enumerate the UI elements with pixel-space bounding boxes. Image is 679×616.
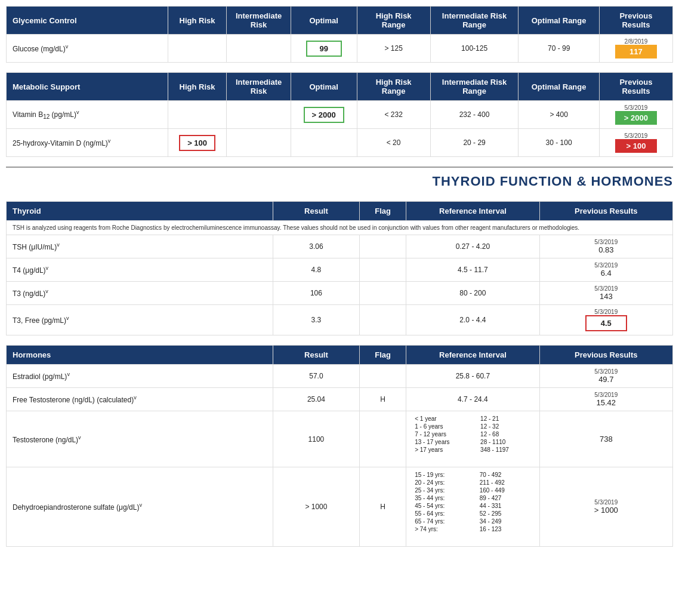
vitd-optimal-range: 30 - 100 (518, 129, 599, 157)
metabolic-prev-results-header: Previous Results (599, 73, 672, 101)
glycemic-title: Glycemic Control (7, 7, 168, 35)
table-row: Glucose (mg/dL)v 99 > 125 100-125 70 - 9… (7, 35, 673, 63)
dhea-label: Dehydroepiandrosterone sulfate (μg/dL)v (7, 467, 273, 547)
vitd-optimal (291, 129, 357, 157)
vitb12-optimal: > 2000 (291, 101, 357, 129)
glycemic-high-risk-range-header: High Risk Range (357, 7, 430, 35)
vitd-label: 25-hydroxy-Vitamin D (ng/mL)v (7, 129, 168, 157)
tsh-result: 3.06 (273, 235, 359, 258)
t3-result: 106 (273, 282, 359, 305)
freetesto-prev-val: 15.42 (546, 398, 666, 407)
tsh-prev: 5/3/2019 0.83 (539, 235, 672, 258)
vitd-prev-date: 5/3/2019 (606, 133, 666, 139)
dhea-flag: H (360, 467, 406, 547)
testo-prev-val: 738 (546, 435, 666, 443)
dhea-result: > 1000 (273, 467, 359, 547)
metabolic-optimal-range-header: Optimal Range (518, 73, 599, 101)
table-row: T4 (μg/dL)v 4.8 4.5 - 11.7 5/3/2019 6.4 (7, 258, 673, 282)
metabolic-support-table: Metabolic Support High Risk Intermediate… (6, 72, 673, 157)
hormones-table: Hormones Result Flag Reference Interval … (6, 345, 673, 547)
freetesto-label: Free Testosterone (ng/dL) (calculated)v (7, 388, 273, 411)
glucose-optimal-badge: 99 (306, 41, 342, 57)
t3free-flag (360, 305, 406, 335)
table-row: T3 (ng/dL)v 106 80 - 200 5/3/2019 143 (7, 282, 673, 305)
dhea-ref: 15 - 19 yrs:70 - 492 20 - 24 yrs:211 - 4… (406, 467, 539, 547)
glucose-optimal: 99 (291, 35, 357, 63)
table-row: Vitamin B12 (pg/mL)v > 2000 < 232 232 - … (7, 101, 673, 129)
vitb12-high-risk-range: < 232 (357, 101, 430, 129)
t4-prev: 5/3/2019 6.4 (539, 258, 672, 282)
glucose-high-risk (168, 35, 226, 63)
tsh-ref: 0.27 - 4.20 (406, 235, 539, 258)
vitd-high-risk-range: < 20 (357, 129, 430, 157)
metabolic-high-risk-header: High Risk (168, 73, 226, 101)
vitd-int-risk-range: 20 - 29 (430, 129, 518, 157)
estradiol-prev: 5/3/2019 49.7 (539, 365, 672, 388)
estradiol-flag (360, 365, 406, 388)
estradiol-result: 57.0 (273, 365, 359, 388)
freetesto-result: 25.04 (273, 388, 359, 411)
t3free-prev-date: 5/3/2019 (546, 309, 666, 315)
metabolic-int-risk-range-header: Intermediate Risk Range (430, 73, 518, 101)
t3-prev-val: 143 (546, 292, 666, 301)
thyroid-note-row: TSH is analyzed using reagents from Roch… (7, 221, 673, 235)
vitd-high-risk: > 100 (168, 129, 226, 157)
glycemic-control-table: Glycemic Control High Risk Intermediate … (6, 6, 673, 63)
hormones-prev-header: Previous Results (539, 346, 672, 365)
freetesto-ref: 4.7 - 24.4 (406, 388, 539, 411)
hormones-flag-header: Flag (360, 346, 406, 365)
dhea-ref-table: 15 - 19 yrs:70 - 492 20 - 24 yrs:211 - 4… (412, 471, 533, 533)
metabolic-title: Metabolic Support (7, 73, 168, 101)
metabolic-int-risk-header: Intermediate Risk (227, 73, 291, 101)
glucose-prev-val: 117 (615, 45, 657, 58)
estradiol-label: Estradiol (pg/mL)v (7, 365, 273, 388)
thyroid-flag-header: Flag (360, 202, 406, 221)
vitd-int-risk (227, 129, 291, 157)
testo-ref-table: < 1 year12 - 21 1 - 6 years12 - 32 7 - 1… (412, 415, 533, 454)
vitb12-int-risk-range: 232 - 400 (430, 101, 518, 129)
thyroid-result-header: Result (273, 202, 359, 221)
vitb12-prev: 5/3/2019 > 2000 (599, 101, 672, 129)
t3-flag (360, 282, 406, 305)
t3-ref: 80 - 200 (406, 282, 539, 305)
glucose-prev: 2/8/2019 117 (599, 35, 672, 63)
thyroid-ref-header: Reference Interval (406, 202, 539, 221)
glucose-optimal-range: 70 - 99 (518, 35, 599, 63)
testo-result: 1100 (273, 411, 359, 467)
metabolic-high-risk-range-header: High Risk Range (357, 73, 430, 101)
t4-prev-val: 6.4 (546, 269, 666, 278)
t3free-result: 3.3 (273, 305, 359, 335)
estradiol-ref: 25.8 - 60.7 (406, 365, 539, 388)
testo-label: Testosterone (ng/dL)v (7, 411, 273, 467)
glucose-int-risk (227, 35, 291, 63)
glycemic-int-risk-header: Intermediate Risk (227, 7, 291, 35)
t3-prev: 5/3/2019 143 (539, 282, 672, 305)
t3free-label: T3, Free (pg/mL)v (7, 305, 273, 335)
glycemic-int-risk-range-header: Intermediate Risk Range (430, 7, 518, 35)
vitd-prev-val: > 100 (615, 139, 657, 153)
t3-prev-date: 5/3/2019 (546, 285, 666, 292)
table-row: Free Testosterone (ng/dL) (calculated)v … (7, 388, 673, 411)
vitb12-int-risk (227, 101, 291, 129)
testo-prev: 738 (539, 411, 672, 467)
t4-ref: 4.5 - 11.7 (406, 258, 539, 282)
tsh-prev-val: 0.83 (546, 245, 666, 254)
t3free-prev: 5/3/2019 4.5 (539, 305, 672, 335)
freetesto-prev: 5/3/2019 15.42 (539, 388, 672, 411)
table-row: 25-hydroxy-Vitamin D (ng/mL)v > 100 < 20… (7, 129, 673, 157)
vitb12-optimal-range: > 400 (518, 101, 599, 129)
vitb12-optimal-badge: > 2000 (304, 107, 344, 123)
glucose-int-risk-range: 100-125 (430, 35, 518, 63)
table-row: T3, Free (pg/mL)v 3.3 2.0 - 4.4 5/3/2019… (7, 305, 673, 335)
estradiol-prev-date: 5/3/2019 (546, 368, 666, 375)
freetesto-flag: H (360, 388, 406, 411)
tsh-prev-date: 5/3/2019 (546, 239, 666, 245)
glycemic-high-risk-header: High Risk (168, 7, 226, 35)
vitb12-prev-date: 5/3/2019 (606, 104, 666, 111)
vitb12-prev-val: > 2000 (615, 111, 657, 125)
thyroid-note: TSH is analyzed using reagents from Roch… (7, 221, 673, 235)
glucose-label: Glucose (mg/dL)v (7, 35, 168, 63)
dhea-prev: 5/3/2019 > 1000 (539, 467, 672, 547)
estradiol-prev-val: 49.7 (546, 375, 666, 384)
thyroid-table: Thyroid Result Flag Reference Interval P… (6, 201, 673, 335)
